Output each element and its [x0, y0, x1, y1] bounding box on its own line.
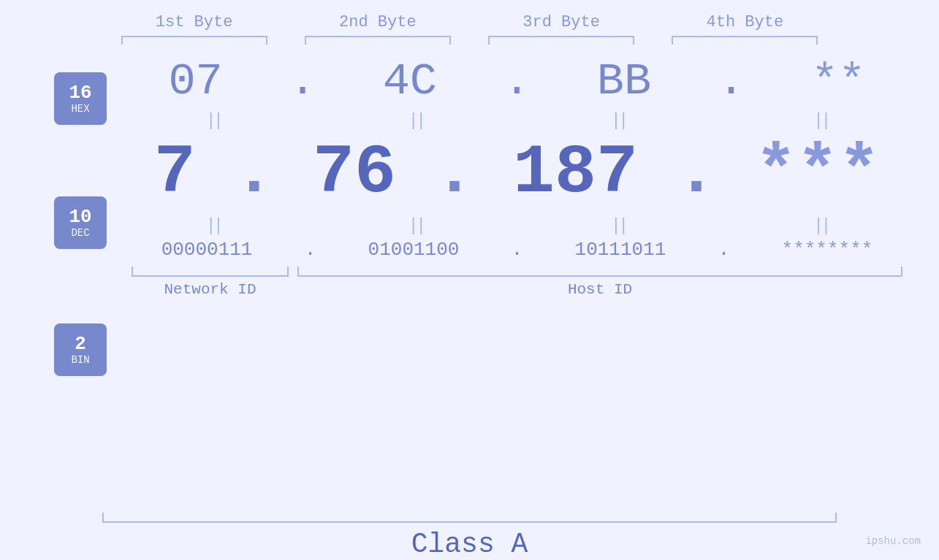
dec-dot3: .	[676, 134, 718, 212]
site-watermark: ipshu.com	[865, 535, 921, 547]
hex-badge-number: 16	[69, 83, 91, 104]
hex-badge-wrap: 16 HEX	[54, 72, 107, 125]
dec-badge: 10 DEC	[54, 196, 107, 249]
bracket-byte2	[305, 36, 451, 45]
top-brackets	[0, 36, 939, 45]
class-label: Class A	[0, 529, 939, 560]
main-container: 1st Byte 2nd Byte 3rd Byte 4th Byte 16 H…	[0, 0, 939, 560]
hex-byte3: BB	[597, 55, 651, 107]
equals1-1: ||	[140, 111, 286, 131]
hex-dot1: .	[289, 55, 316, 107]
dec-badge-wrap: 10 DEC	[54, 196, 107, 249]
byte1-header: 1st Byte	[121, 13, 267, 31]
bin-byte4: ********	[782, 239, 873, 261]
bin-badge-label: BIN	[71, 354, 89, 366]
bracket-byte1	[121, 36, 267, 45]
dec-byte4: ***	[755, 134, 880, 212]
long-bottom-bracket	[102, 513, 837, 523]
dec-badge-label: DEC	[71, 227, 89, 239]
hex-dot2: .	[503, 55, 531, 107]
bin-dot1: .	[305, 239, 316, 261]
equals1-3: ||	[545, 111, 691, 131]
bracket-byte3	[488, 36, 634, 45]
host-id-label: Host ID	[297, 281, 902, 298]
equals2-1: ||	[140, 216, 286, 236]
dec-dot1: .	[233, 134, 275, 212]
equals-row2: || || || ||	[132, 212, 902, 239]
equals1-4: ||	[748, 111, 894, 131]
hex-badge: 16 HEX	[54, 72, 107, 125]
hex-byte1: 07	[168, 55, 222, 107]
equals-row1: || || || ||	[132, 107, 902, 134]
hex-byte4: **	[811, 55, 865, 107]
dec-dot2: .	[433, 134, 475, 212]
hex-dot3: .	[718, 55, 745, 107]
dec-row: 7 . 76 . 187 . ***	[132, 134, 902, 212]
bin-byte1: 00000111	[161, 239, 253, 261]
dec-byte2: 76	[313, 134, 396, 212]
values-area: 07 . 4C . BB . ** || || || || 7 .	[132, 52, 902, 298]
id-labels-row: Network ID Host ID	[132, 281, 902, 298]
bottom-brackets-row	[132, 266, 902, 277]
equals2-3: ||	[545, 216, 691, 236]
equals2-4: ||	[748, 216, 894, 236]
dec-byte1: 7	[154, 134, 196, 212]
bin-badge: 2 BIN	[54, 323, 107, 376]
bin-byte2: 01001100	[368, 239, 460, 261]
main-content: 16 HEX 10 DEC 2 BIN	[0, 52, 939, 508]
byte2-header: 2nd Byte	[305, 13, 451, 31]
bin-dot2: .	[512, 239, 523, 261]
hex-row: 07 . 4C . BB . **	[132, 55, 902, 107]
dec-badge-number: 10	[69, 207, 91, 228]
bracket-byte4	[672, 36, 818, 45]
dec-byte3: 187	[513, 134, 638, 212]
network-id-label: Network ID	[132, 281, 289, 298]
bin-byte3: 10111011	[575, 239, 666, 261]
bin-dot3: .	[718, 239, 730, 261]
equals2-2: ||	[343, 216, 489, 236]
bin-row: 00000111 . 01001100 . 10111011 . *******…	[132, 239, 902, 261]
bin-badge-number: 2	[75, 334, 86, 355]
hex-byte2: 4C	[383, 55, 437, 107]
byte-headers: 1st Byte 2nd Byte 3rd Byte 4th Byte	[0, 13, 939, 31]
badges-column: 16 HEX 10 DEC 2 BIN	[37, 59, 124, 376]
bracket-host-id	[297, 266, 902, 277]
bin-badge-wrap: 2 BIN	[54, 323, 107, 376]
hex-badge-label: HEX	[71, 103, 89, 115]
equals1-2: ||	[343, 111, 489, 131]
bracket-network-id	[132, 266, 289, 277]
byte4-header: 4th Byte	[672, 13, 818, 31]
byte3-header: 3rd Byte	[488, 13, 634, 31]
